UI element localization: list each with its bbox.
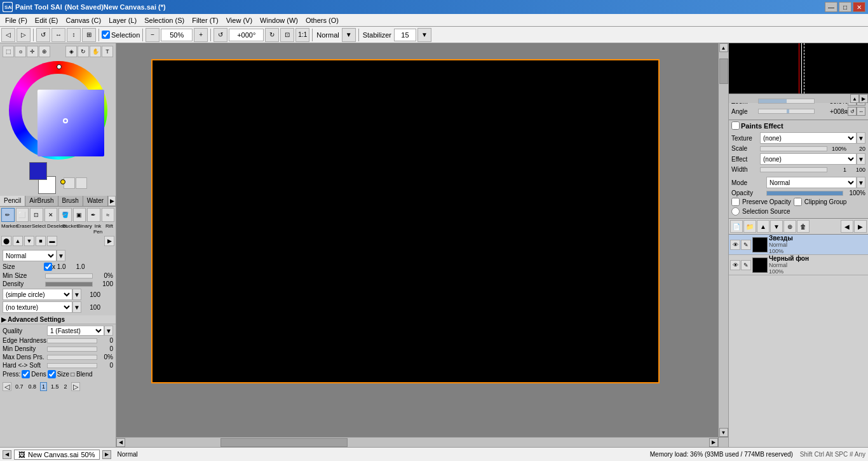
quality-select[interactable]: 1 (Fastest) — [47, 326, 104, 336]
tool6[interactable]: ▣ — [73, 208, 86, 222]
select-tool-btn[interactable]: ⊡ — [30, 208, 43, 222]
brush-shape-more[interactable]: ▼ — [72, 289, 81, 300]
scroll-up-btn[interactable]: ▲ — [719, 43, 728, 52]
adv-header[interactable]: ▶ Advanced Settings — [0, 315, 116, 324]
brush-shape-select[interactable]: (simple circle) — [3, 289, 72, 300]
scroll-v-thumb[interactable] — [719, 58, 728, 84]
foreground-color[interactable] — [29, 162, 47, 180]
rotate-right-btn[interactable]: ↻ — [265, 28, 279, 42]
toolbar-nav2[interactable]: ▷ — [17, 28, 31, 42]
quality-more[interactable]: ▼ — [104, 326, 113, 336]
menu-view[interactable]: View (V) — [222, 15, 256, 25]
color-wheel[interactable] — [9, 61, 107, 160]
layer-eye-1[interactable]: 👁 — [730, 240, 740, 250]
move-tool[interactable]: ✛ — [27, 46, 38, 57]
tab-pencil[interactable]: Pencil — [0, 196, 25, 206]
zoom-input[interactable] — [161, 29, 193, 41]
tool7[interactable]: ✒ — [87, 208, 100, 222]
tool5[interactable]: 🪣 — [58, 208, 72, 222]
menu-file[interactable]: File (F) — [1, 15, 31, 25]
tab-brush[interactable]: Brush — [58, 196, 83, 206]
rotate-view-tool[interactable]: ↻ — [78, 46, 89, 57]
stabilizer-dropdown-btn[interactable]: ▼ — [417, 28, 431, 42]
size-preset-08[interactable]: 0.8 — [27, 383, 38, 390]
layer-pen-2[interactable]: ✎ — [741, 260, 751, 270]
thumb-scroll-right[interactable]: ▶ — [859, 94, 868, 103]
new-layer-btn[interactable]: 📄 — [730, 220, 743, 233]
size-preset-1[interactable]: 1 — [40, 382, 47, 391]
vertical-scrollbar[interactable]: ▲ ▼ — [718, 43, 728, 437]
angle-reset-btn[interactable]: ↺ — [848, 107, 857, 116]
scroll-down-btn[interactable]: ▼ — [719, 428, 728, 437]
text-tool[interactable]: T — [102, 46, 113, 57]
layer-item[interactable]: 👁 ✎ Черный фон Normal 100% — [729, 255, 868, 275]
selection-checkbox[interactable] — [102, 31, 110, 39]
zoom-100-btn[interactable]: 1:1 — [295, 28, 309, 42]
layer-eye-2[interactable]: 👁 — [730, 260, 740, 270]
deselect-tool-btn[interactable]: ✕ — [44, 208, 58, 222]
mode-dropdown-btn[interactable]: ▼ — [342, 28, 356, 42]
zoom-fit-btn[interactable]: ⊡ — [280, 28, 294, 42]
clipping-group-check[interactable] — [794, 198, 802, 206]
size-preset-15[interactable]: 1.5 — [50, 383, 60, 390]
press-dens-check[interactable] — [22, 370, 30, 378]
preserve-opacity-check[interactable] — [731, 198, 740, 206]
angle-flip-btn[interactable]: ↔ — [857, 107, 865, 116]
scroll-v-track[interactable] — [719, 52, 728, 428]
grab-tool[interactable]: ✋ — [90, 46, 101, 57]
tool8[interactable]: ≈ — [102, 208, 115, 222]
effect-select[interactable]: (none) — [760, 153, 857, 165]
toolbar-nav1[interactable]: ◁ — [1, 28, 15, 42]
press-size-check[interactable] — [48, 370, 56, 378]
menu-others[interactable]: Others (O) — [302, 15, 342, 25]
toolbar-flip-h[interactable]: ↔ — [51, 28, 65, 42]
selection-tool[interactable]: ⬚ — [3, 46, 14, 57]
layer-more-right[interactable]: ▶ — [854, 220, 867, 233]
layer-more-left[interactable]: ◀ — [841, 220, 853, 233]
stabilizer-input[interactable] — [394, 29, 416, 41]
menu-canvas[interactable]: Canvas (C) — [62, 15, 105, 25]
merge-layer-btn[interactable]: ⊕ — [783, 220, 796, 233]
menu-window[interactable]: Window (W) — [256, 15, 302, 25]
selection-source-radio[interactable] — [731, 207, 740, 216]
pencil-tool-btn[interactable]: ✏ — [1, 208, 15, 222]
horizontal-scrollbar[interactable]: ◀ ▶ — [116, 437, 718, 447]
tab-water[interactable]: Water — [83, 196, 108, 206]
scroll-right-btn[interactable]: ▶ — [709, 438, 718, 447]
canvas-tab[interactable]: 🖼 New Canvas.sai 50% — [14, 450, 100, 460]
brush-texture-select[interactable]: (no texture) — [3, 301, 72, 313]
size-preset-2[interactable]: 2 — [63, 383, 69, 390]
layer-pen-1[interactable]: ✎ — [741, 240, 751, 250]
menu-selection[interactable]: Selection (S) — [140, 15, 188, 25]
layer-down-btn[interactable]: ▼ — [770, 220, 783, 233]
layer-up-btn[interactable]: ▲ — [757, 220, 770, 233]
new-folder-btn[interactable]: 📁 — [743, 220, 756, 233]
blend-mode-select[interactable]: Normal — [3, 250, 57, 261]
rotation-input[interactable] — [229, 29, 264, 41]
tool-tab-more[interactable]: ▶ — [108, 196, 116, 206]
blend-mode-more[interactable]: ▼ — [57, 250, 65, 261]
tab-airbrush[interactable]: AirBrush — [25, 196, 58, 206]
shape-tool1[interactable]: ⬤ — [1, 236, 11, 246]
shape-tool5[interactable]: ▬ — [47, 236, 57, 246]
scroll-h-thumb[interactable] — [220, 438, 348, 447]
canvas-container[interactable]: ▲ ▼ ◀ ▶ — [116, 43, 728, 447]
thumb-scroll-up[interactable]: ▲ — [850, 94, 859, 103]
minimize-button[interactable]: — — [825, 2, 837, 12]
zoom-out-btn[interactable]: − — [146, 28, 159, 42]
close-button[interactable]: ✕ — [853, 2, 865, 12]
angle-slider[interactable] — [758, 109, 815, 114]
size-preset-07[interactable]: 0.7 — [14, 383, 25, 390]
scroll-left-btn[interactable]: ◀ — [116, 438, 125, 447]
zoom-in-btn[interactable]: + — [194, 28, 208, 42]
size-down-btn[interactable]: ◁ — [3, 382, 11, 391]
drawing-canvas[interactable] — [151, 59, 660, 383]
size-up-btn[interactable]: ▷ — [71, 382, 80, 391]
statusbar-scroll-right[interactable]: ▶ — [102, 450, 111, 459]
toolbar-rotate-reset[interactable]: ↺ — [36, 28, 50, 42]
menu-layer[interactable]: Layer (L) — [105, 15, 140, 25]
shape-tool2[interactable]: ▲ — [13, 236, 23, 246]
toolbar-flip-v[interactable]: ↕ — [67, 28, 81, 42]
texture-select[interactable]: (none) — [760, 132, 857, 144]
tool-more-right[interactable]: ▶ — [104, 236, 114, 246]
